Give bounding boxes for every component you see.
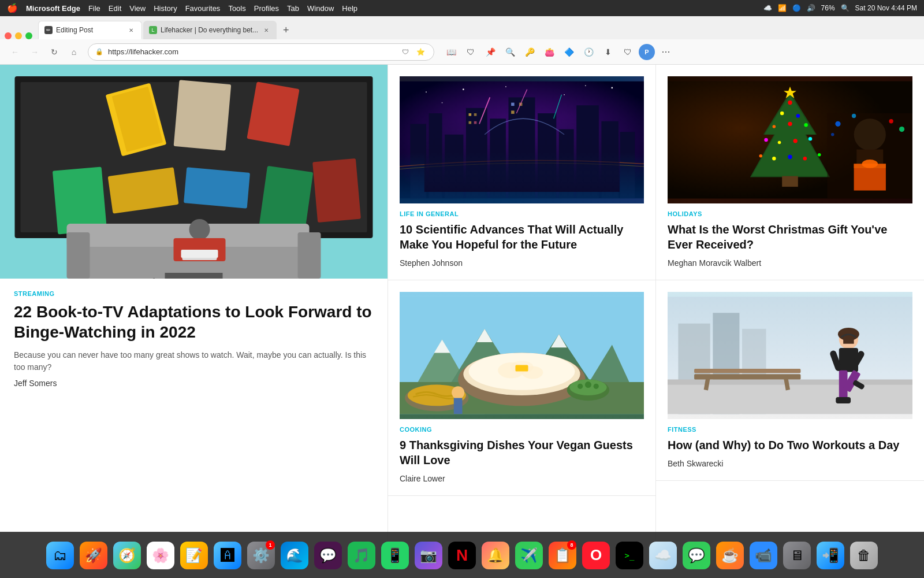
- dock-testflight[interactable]: ✈️: [514, 540, 544, 570]
- volume-icon: 🔊: [807, 4, 815, 12]
- traffic-lights: [5, 32, 32, 39]
- safari-icon: 🧭: [113, 542, 141, 569]
- tab1-close-button[interactable]: ✕: [126, 25, 136, 35]
- edge-icon: 🌊: [281, 542, 308, 569]
- scientific-article-body: LIFE IN GENERAL 10 Scientific Advances T…: [400, 203, 644, 268]
- wallet-button[interactable]: 👛: [541, 43, 558, 61]
- svg-rect-117: [843, 336, 854, 344]
- tab2-close-button[interactable]: ✕: [262, 25, 271, 35]
- middle-column: LIFE IN GENERAL 10 Scientific Advances T…: [388, 65, 656, 562]
- hero-illustration-svg: [0, 65, 388, 279]
- thanksgiving-article: COOKING 9 Thanksgiving Dishes Your Vegan…: [388, 280, 655, 496]
- svg-rect-43: [469, 121, 472, 124]
- scientific-article-title[interactable]: 10 Scientific Advances That Will Actuall…: [400, 222, 644, 252]
- svg-point-29: [585, 85, 586, 86]
- refresh-button[interactable]: ↻: [46, 44, 62, 60]
- svg-point-26: [564, 94, 565, 95]
- back-button[interactable]: ←: [7, 44, 23, 60]
- tab-lifehacker[interactable]: L Lifehacker | Do everything bet... ✕: [143, 21, 277, 39]
- app-name-label: Microsoft Edge: [26, 4, 80, 13]
- dock-sysprefs[interactable]: ⚙️ 1: [246, 540, 276, 570]
- menu-tab[interactable]: Tab: [287, 4, 299, 13]
- dock-taskpaper[interactable]: 📋 8: [547, 540, 578, 570]
- main-article-title[interactable]: 22 Book-to-TV Adaptations to Look Forwar…: [14, 302, 374, 342]
- url-star-icon[interactable]: ⭐: [414, 46, 427, 58]
- fitness-article-title[interactable]: How (and Why) to Do Two Workouts a Day: [668, 438, 912, 453]
- main-article-author: Jeff Somers: [14, 379, 57, 388]
- svg-rect-44: [474, 121, 477, 124]
- dock-spotify[interactable]: 🎵: [346, 540, 377, 570]
- dock-desktop[interactable]: 🖥: [782, 540, 812, 570]
- downloads-button[interactable]: ⬇: [599, 43, 617, 61]
- search-icon[interactable]: 🔍: [841, 4, 850, 12]
- dock-capture[interactable]: 📷: [413, 540, 444, 570]
- menu-profiles[interactable]: Profiles: [254, 4, 279, 13]
- dock-phone-mirror[interactable]: 📲: [815, 540, 845, 570]
- immersive-reader-button[interactable]: 📖: [442, 43, 460, 61]
- maximize-window-button[interactable]: [25, 32, 32, 39]
- svg-rect-47: [511, 110, 515, 114]
- shield-button[interactable]: 🛡: [462, 43, 479, 61]
- dock-opera[interactable]: O: [581, 540, 611, 570]
- christmas-article-title[interactable]: What Is the Worst Christmas Gift You've …: [668, 222, 912, 252]
- wifi-icon: 📶: [778, 4, 787, 12]
- dock-icloud[interactable]: ☁️: [648, 540, 678, 570]
- dock-slack[interactable]: 💬: [313, 540, 343, 570]
- main-article-column: STREAMING 22 Book-to-TV Adaptations to L…: [0, 65, 388, 562]
- close-window-button[interactable]: [5, 32, 12, 39]
- svg-point-103: [889, 119, 893, 123]
- taskpaper-badge: 8: [567, 540, 576, 550]
- svg-point-77: [788, 101, 792, 105]
- menu-tools[interactable]: Tools: [228, 4, 245, 13]
- minimize-window-button[interactable]: [15, 32, 22, 39]
- svg-point-100: [835, 121, 840, 127]
- svg-rect-42: [474, 113, 477, 116]
- more-options-button[interactable]: ···: [657, 43, 675, 61]
- menu-window[interactable]: Window: [307, 4, 334, 13]
- dock-whatsapp[interactable]: 📱: [380, 540, 410, 570]
- article-grid: STREAMING 22 Book-to-TV Adaptations to L…: [0, 65, 924, 562]
- dock-zoom[interactable]: 📹: [748, 540, 778, 570]
- menu-view[interactable]: View: [129, 4, 146, 13]
- thanksgiving-article-title[interactable]: 9 Thanksgiving Dishes Your Vegan Guests …: [400, 438, 644, 468]
- new-tab-button[interactable]: +: [278, 22, 294, 38]
- dock-edge[interactable]: 🌊: [280, 540, 310, 570]
- dock-terminal[interactable]: >_: [614, 540, 644, 570]
- bing-button[interactable]: 🔷: [560, 43, 578, 61]
- vault-button[interactable]: 🔑: [521, 43, 538, 61]
- dock-safari[interactable]: 🧭: [112, 540, 142, 570]
- menu-file[interactable]: File: [88, 4, 100, 13]
- profile-button[interactable]: P: [639, 44, 655, 60]
- messages-icon: 💬: [683, 542, 710, 569]
- forward-button[interactable]: →: [27, 44, 43, 60]
- dock-trash[interactable]: 🗑: [849, 540, 879, 570]
- defender-button[interactable]: 🛡: [619, 43, 636, 61]
- dock-lungo[interactable]: ☕: [715, 540, 745, 570]
- tab-editing-post[interactable]: ✏ Editing Post ✕: [38, 21, 142, 39]
- dock-photos[interactable]: 🌸: [146, 540, 176, 570]
- svg-rect-112: [694, 369, 800, 373]
- dock-notif[interactable]: 🔔: [480, 540, 511, 570]
- dock-finder[interactable]: 🗂: [45, 540, 75, 570]
- url-bar[interactable]: 🔒 https://lifehacker.com 🛡 ⭐: [88, 43, 434, 61]
- history-button[interactable]: 🕐: [580, 43, 597, 61]
- dock-notes[interactable]: 📝: [179, 540, 209, 570]
- os-menu-items: File Edit View History Favourites Tools …: [88, 4, 357, 13]
- menu-help[interactable]: Help: [342, 4, 357, 13]
- dock-appstore[interactable]: 🅰: [213, 540, 243, 570]
- search-toolbar-button[interactable]: 🔍: [501, 43, 519, 61]
- dock-launchpad[interactable]: 🚀: [79, 540, 109, 570]
- svg-rect-9: [184, 167, 250, 208]
- menu-history[interactable]: History: [154, 4, 177, 13]
- url-tracking-icon: 🛡: [399, 46, 412, 58]
- main-article-excerpt: Because you can never have too many grea…: [14, 349, 374, 373]
- menu-favourites[interactable]: Favourites: [185, 4, 221, 13]
- home-button[interactable]: ⌂: [66, 44, 82, 60]
- svg-point-66: [452, 386, 464, 399]
- menu-edit[interactable]: Edit: [109, 4, 121, 13]
- dock-messages[interactable]: 💬: [681, 540, 711, 570]
- collections-button[interactable]: 📌: [482, 43, 499, 61]
- trash-icon: 🗑: [850, 542, 878, 569]
- dock-netflix[interactable]: N: [447, 540, 477, 570]
- svg-point-25: [505, 86, 506, 87]
